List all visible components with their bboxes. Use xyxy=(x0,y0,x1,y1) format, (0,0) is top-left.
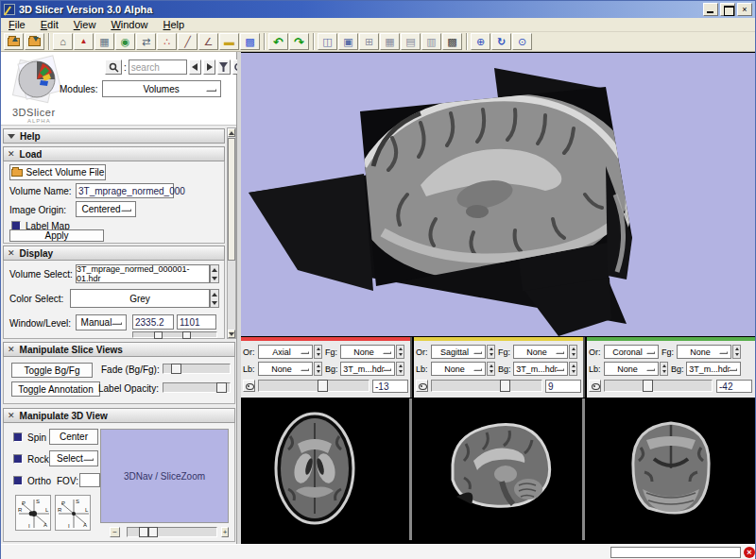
axial-or-spinner[interactable] xyxy=(314,345,322,359)
axis-orientation-widget[interactable]: P S L A I R xyxy=(15,495,51,531)
sagittal-orientation-dropdown[interactable]: Sagittal xyxy=(431,345,486,359)
search-history-button[interactable] xyxy=(217,59,231,75)
sagittal-fg-spinner[interactable] xyxy=(569,345,577,359)
3dnav-thumb-b[interactable] xyxy=(148,527,158,537)
sagittal-slice-slider[interactable] xyxy=(431,380,542,392)
layout-quad-button[interactable]: ▦ xyxy=(380,33,400,50)
ortho-checkbox[interactable] xyxy=(13,476,23,485)
color-select-spinner[interactable] xyxy=(210,289,219,308)
axial-bg-spinner[interactable] xyxy=(396,362,404,376)
rotate-view-button[interactable]: ↻ xyxy=(491,33,511,50)
axial-lb-dropdown[interactable]: None xyxy=(258,362,313,376)
layout-3d-only-button[interactable]: ▣ xyxy=(338,33,358,50)
sagittal-slice-thumb[interactable] xyxy=(500,380,510,392)
coronal-orientation-dropdown[interactable]: Coronal xyxy=(604,345,659,359)
sagittal-offset-input[interactable]: 9 xyxy=(545,380,581,393)
search-input[interactable] xyxy=(129,59,187,75)
save-scene-button[interactable] xyxy=(25,33,44,50)
section-load[interactable]: ✕ Load xyxy=(3,146,225,161)
axial-fg-dropdown[interactable]: None xyxy=(340,345,395,359)
range-thumb-high[interactable] xyxy=(182,331,191,339)
range-thumb-low[interactable] xyxy=(154,331,163,339)
window-level-range-slider[interactable] xyxy=(132,331,217,338)
menu-edit[interactable]: Edit xyxy=(33,19,66,30)
measure-line-button[interactable]: ╱ xyxy=(178,33,198,50)
sagittal-lb-spinner[interactable] xyxy=(487,362,495,376)
3dnav-slider[interactable] xyxy=(127,527,217,537)
section-manipulate-3d[interactable]: ✕ Manipulate 3D View xyxy=(3,408,235,423)
section-manipulate-slice[interactable]: ✕ Manipulate Slice Views xyxy=(3,342,235,357)
scroll-down-button[interactable] xyxy=(228,330,235,338)
toggle-annotation-button[interactable]: Toggle Annotation xyxy=(11,381,100,397)
search-next-button[interactable] xyxy=(203,59,215,75)
modules-volumes-button[interactable]: ▦ xyxy=(94,33,114,50)
error-log-button[interactable]: × xyxy=(744,547,755,558)
rock-checkbox[interactable] xyxy=(13,454,23,464)
menu-window[interactable]: Window xyxy=(103,19,155,30)
minimize-button[interactable] xyxy=(703,3,718,16)
layout-tabbed-3d-button[interactable]: ▤ xyxy=(401,33,421,50)
axial-offset-input[interactable]: -13 xyxy=(372,380,408,393)
axial-slice-viewer[interactable] xyxy=(241,398,412,540)
modules-dropdown[interactable]: Volumes xyxy=(102,80,221,97)
sagittal-lb-dropdown[interactable]: None xyxy=(431,362,486,376)
menu-file[interactable]: File xyxy=(1,19,33,30)
fiducial-person-button[interactable]: ⊙ xyxy=(512,33,532,50)
volume-select-combo[interactable]: 3T_mprage_normed_000001-01.hdr xyxy=(76,264,210,283)
axial-slice-thumb[interactable] xyxy=(318,380,328,392)
coronal-offset-input[interactable]: -42 xyxy=(716,380,752,393)
status-progress-field[interactable] xyxy=(610,547,741,558)
axial-orientation-dropdown[interactable]: Axial xyxy=(258,345,313,359)
zoom-out-button[interactable]: − xyxy=(110,527,120,537)
load-scene-button[interactable] xyxy=(4,33,24,50)
modules-data-button[interactable]: ▲ xyxy=(74,33,94,50)
layout-compare-button[interactable]: ▩ xyxy=(442,33,462,50)
colors-button[interactable]: ▩ xyxy=(240,33,260,50)
fov-input[interactable] xyxy=(79,473,100,487)
coronal-slice-slider[interactable] xyxy=(604,380,713,392)
module-panel-scrollbar[interactable] xyxy=(227,127,236,339)
modules-fiducials-button[interactable]: ∴ xyxy=(157,33,177,50)
coronal-bg-dropdown[interactable]: 3T_m...hdr xyxy=(686,362,741,376)
sagittal-bg-dropdown[interactable]: 3T_m...hdr xyxy=(513,362,568,376)
axial-visibility-button[interactable] xyxy=(243,380,255,392)
axial-bg-dropdown[interactable]: 3T_m...hdr xyxy=(340,362,395,376)
coronal-fg-spinner[interactable] xyxy=(732,345,741,359)
layout-four-up-button[interactable]: ⊞ xyxy=(359,33,379,50)
search-prev-button[interactable] xyxy=(189,59,201,75)
zoom-in-button[interactable]: + xyxy=(221,527,229,537)
menu-view[interactable]: View xyxy=(66,19,104,30)
title-bar[interactable]: 3D Slicer Version 3.0 Alpha × xyxy=(1,1,755,18)
spin-checkbox[interactable] xyxy=(13,432,23,442)
window-value-input[interactable]: 2335.2 xyxy=(132,314,174,330)
coronal-lb-spinner[interactable] xyxy=(660,362,668,376)
modules-models-button[interactable]: ◉ xyxy=(115,33,135,50)
sagittal-fg-dropdown[interactable]: None xyxy=(513,345,568,359)
home-button[interactable]: ⌂ xyxy=(53,33,73,50)
sagittal-bg-spinner[interactable] xyxy=(569,362,577,376)
sagittal-slice-viewer[interactable] xyxy=(415,398,585,540)
layout-conventional-button[interactable]: ◫ xyxy=(318,33,337,50)
ruler-button[interactable]: ▬ xyxy=(219,33,239,50)
window-level-mode-dropdown[interactable]: Manual xyxy=(76,314,127,330)
volume-select-spinner[interactable] xyxy=(210,264,219,283)
scroll-thumb[interactable] xyxy=(228,138,235,261)
maximize-button[interactable] xyxy=(720,3,735,16)
fade-slider[interactable] xyxy=(163,364,231,374)
image-origin-dropdown[interactable]: Centered xyxy=(76,201,136,217)
volume-name-input[interactable]: 3T_mprage_normed_000 xyxy=(76,183,174,198)
layout-tabbed-slice-button[interactable]: ▥ xyxy=(421,33,441,50)
coronal-slice-viewer[interactable] xyxy=(588,398,755,540)
color-select-combo[interactable]: Grey xyxy=(70,289,210,308)
coronal-slice-thumb[interactable] xyxy=(643,380,653,392)
sagittal-or-spinner[interactable] xyxy=(487,345,495,359)
label-opacity-slider[interactable] xyxy=(163,382,231,393)
axial-slice-slider[interactable] xyxy=(258,380,369,392)
measure-angle-button[interactable]: ∠ xyxy=(198,33,218,50)
3dnav-slicezoom-box[interactable]: 3DNav / SliceZoom xyxy=(100,429,229,523)
undo-button[interactable]: ↶ xyxy=(268,33,288,50)
scroll-up-button[interactable] xyxy=(228,128,235,137)
3dnav-thumb-a[interactable] xyxy=(139,527,148,537)
label-opacity-thumb[interactable] xyxy=(216,382,227,393)
select-volume-file-button[interactable]: Select Volume File xyxy=(9,164,106,180)
